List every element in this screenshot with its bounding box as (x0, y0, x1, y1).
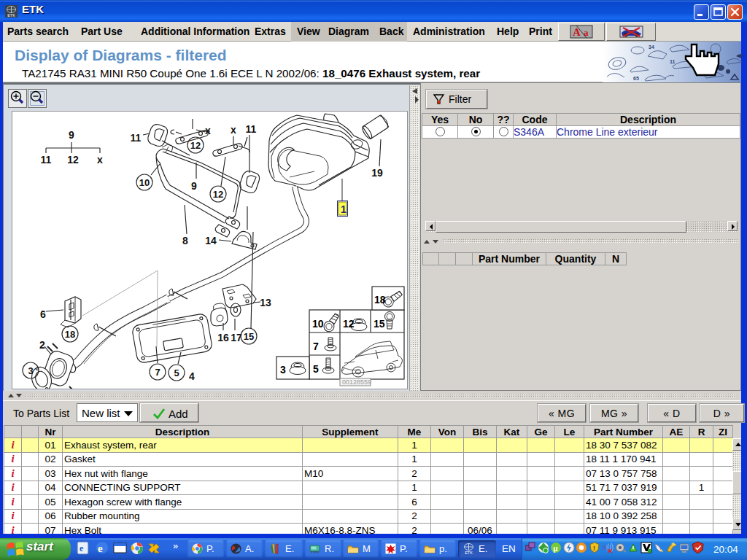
svg-text:µ: µ (553, 544, 557, 553)
svg-text:8: 8 (182, 235, 188, 246)
svg-text:5: 5 (313, 363, 319, 375)
svg-text:12: 12 (190, 140, 201, 151)
svg-text:ETK: ETK (465, 551, 473, 555)
svg-text:3: 3 (280, 364, 286, 376)
svg-text:a: a (584, 27, 589, 38)
svg-text:11: 11 (670, 59, 676, 64)
svg-text:12: 12 (213, 189, 223, 200)
svg-text:14: 14 (205, 235, 217, 246)
svg-text:3: 3 (28, 365, 33, 376)
svg-text:e: e (80, 543, 84, 553)
svg-text:A: A (573, 26, 581, 38)
svg-text:15: 15 (374, 318, 385, 330)
svg-text:18: 18 (65, 329, 75, 340)
svg-text:65: 65 (633, 76, 639, 81)
svg-text:19: 19 (371, 167, 383, 179)
svg-text:x: x (231, 124, 236, 136)
svg-text:16: 16 (217, 332, 229, 343)
svg-text:x: x (205, 125, 211, 136)
svg-text:18: 18 (374, 294, 386, 306)
svg-text:12: 12 (343, 318, 355, 330)
svg-text:9: 9 (69, 129, 74, 141)
svg-text:7: 7 (155, 367, 160, 378)
svg-text:34: 34 (649, 44, 654, 50)
svg-text:7: 7 (313, 341, 319, 352)
svg-text:1: 1 (341, 203, 347, 215)
svg-text:11: 11 (131, 132, 142, 144)
svg-text:12: 12 (67, 154, 79, 166)
svg-text:4: 4 (189, 370, 195, 382)
svg-text:11: 11 (41, 154, 52, 166)
svg-text:00128559: 00128559 (342, 378, 371, 386)
svg-text:5: 5 (174, 368, 179, 378)
svg-text:11: 11 (246, 123, 257, 135)
svg-text:e: e (98, 542, 103, 554)
svg-text:10: 10 (312, 318, 324, 330)
svg-text:ETK: ETK (7, 13, 15, 18)
svg-text:13: 13 (260, 297, 271, 308)
svg-text:x: x (97, 154, 103, 166)
svg-text:15: 15 (244, 331, 254, 342)
svg-text:9: 9 (191, 180, 197, 192)
svg-text:10: 10 (139, 177, 150, 188)
svg-text:»: » (173, 540, 178, 551)
svg-text:6: 6 (40, 308, 46, 320)
svg-text:2: 2 (39, 339, 45, 351)
svg-text:!: ! (593, 545, 595, 552)
